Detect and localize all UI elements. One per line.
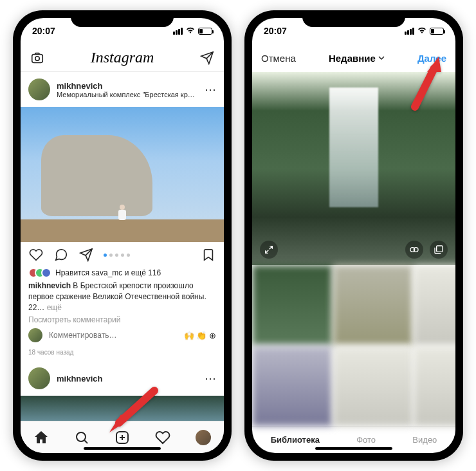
screen-feed: 20:07 Instagram mikhnev [21, 18, 224, 453]
gallery-thumb[interactable] [333, 265, 414, 346]
gallery-thumb[interactable] [414, 265, 455, 346]
chevron-down-icon [378, 55, 385, 61]
bookmark-icon[interactable] [201, 247, 216, 263]
cellular-icon [173, 28, 183, 35]
app-header: Instagram [21, 44, 224, 72]
my-avatar-icon [28, 328, 42, 342]
nav-search-icon[interactable] [73, 429, 90, 446]
home-indicator[interactable] [84, 447, 161, 450]
post-actions [21, 242, 224, 268]
likes-row[interactable]: Нравится sava_mc и ещё 116 [28, 268, 216, 278]
cellular-icon [405, 28, 414, 35]
gallery-grid[interactable] [252, 265, 455, 426]
status-time: 20:07 [32, 26, 71, 36]
svg-point-1 [35, 56, 39, 60]
comment-icon[interactable] [53, 247, 69, 263]
tab-library[interactable]: Библиотека [271, 435, 320, 445]
post-username: mikhnevich [57, 374, 198, 383]
post-username: mikhnevich [57, 81, 198, 91]
cancel-button[interactable]: Отмена [261, 53, 296, 64]
feed-scroll[interactable]: mikhnevich Мемориальный комплекс "Брестс… [21, 72, 224, 421]
view-comments-link[interactable]: Посмотреть комментарий [28, 315, 216, 324]
carousel-dots [104, 254, 191, 257]
post-timestamp: 18 часов назад [28, 349, 216, 356]
gallery-thumb[interactable] [414, 346, 455, 427]
nav-activity-icon[interactable] [154, 429, 171, 446]
post-image[interactable] [21, 107, 224, 242]
post-image[interactable] [21, 396, 224, 421]
gallery-thumb[interactable] [252, 346, 333, 427]
caption-username[interactable]: mikhnevich [28, 281, 71, 290]
album-title: Недавние [329, 53, 376, 64]
wifi-icon [185, 26, 196, 36]
photo-preview[interactable] [252, 72, 455, 265]
nav-add-icon[interactable] [114, 429, 131, 446]
tab-video[interactable]: Видео [412, 435, 437, 445]
post-location: Мемориальный комплекс "Брестская крепост… [57, 91, 198, 98]
avatar[interactable] [28, 78, 50, 100]
post-user-block[interactable]: mikhnevich Мемориальный комплекс "Брестс… [57, 81, 198, 98]
like-avatars [28, 268, 51, 278]
tab-photo[interactable]: Фото [356, 435, 376, 445]
preview-controls [260, 241, 448, 259]
post-caption: mikhnevich В Брестской крепости произошл… [28, 281, 216, 313]
add-comment-row: 🙌 👏 ⊕ [28, 324, 216, 346]
svg-rect-0 [32, 54, 43, 62]
next-button[interactable]: Далее [417, 53, 446, 64]
status-time: 20:07 [264, 26, 302, 36]
likes-text: Нравится sava_mc и ещё 116 [55, 268, 161, 277]
battery-icon [430, 28, 444, 35]
post-header: mikhnevich ⋯ [21, 361, 224, 396]
gallery-thumb[interactable] [252, 265, 333, 346]
status-indicators [405, 26, 444, 36]
boomerang-icon[interactable] [405, 241, 423, 259]
wifi-icon [417, 26, 427, 36]
svg-rect-6 [437, 246, 443, 252]
album-dropdown[interactable]: Недавние [329, 53, 385, 64]
comment-input[interactable] [49, 331, 178, 340]
avatar[interactable] [28, 367, 50, 389]
like-icon[interactable] [28, 247, 44, 263]
multi-select-icon[interactable] [430, 241, 448, 259]
notch [302, 10, 405, 27]
camera-icon[interactable] [30, 50, 45, 66]
caption-more[interactable]: ещё [47, 303, 62, 312]
post-header: mikhnevich Мемориальный комплекс "Брестс… [21, 72, 224, 107]
share-icon[interactable] [78, 247, 94, 263]
expand-icon[interactable] [260, 241, 278, 259]
more-icon[interactable]: ⋯ [205, 371, 216, 385]
gallery-thumb[interactable] [333, 346, 414, 427]
nav-profile-icon[interactable] [195, 429, 212, 446]
post-user-block[interactable]: mikhnevich [57, 374, 198, 383]
nav-home-icon[interactable] [33, 429, 50, 446]
battery-icon [198, 28, 212, 35]
emoji-suggestions[interactable]: 🙌 👏 ⊕ [184, 331, 216, 340]
notch [71, 10, 174, 27]
status-indicators [173, 26, 212, 36]
phone-left: 20:07 Instagram mikhnev [13, 10, 232, 461]
post-meta: Нравится sava_mc и ещё 116 mikhnevich В … [21, 268, 224, 361]
app-logo: Instagram [91, 49, 154, 66]
send-icon[interactable] [199, 50, 215, 66]
picker-header: Отмена Недавние Далее [252, 44, 455, 72]
home-indicator[interactable] [315, 447, 392, 450]
more-icon[interactable]: ⋯ [205, 82, 216, 97]
svg-point-2 [77, 432, 86, 441]
phone-right: 20:07 Отмена Недавние Далее [244, 10, 463, 461]
screen-picker: 20:07 Отмена Недавние Далее [252, 18, 455, 453]
